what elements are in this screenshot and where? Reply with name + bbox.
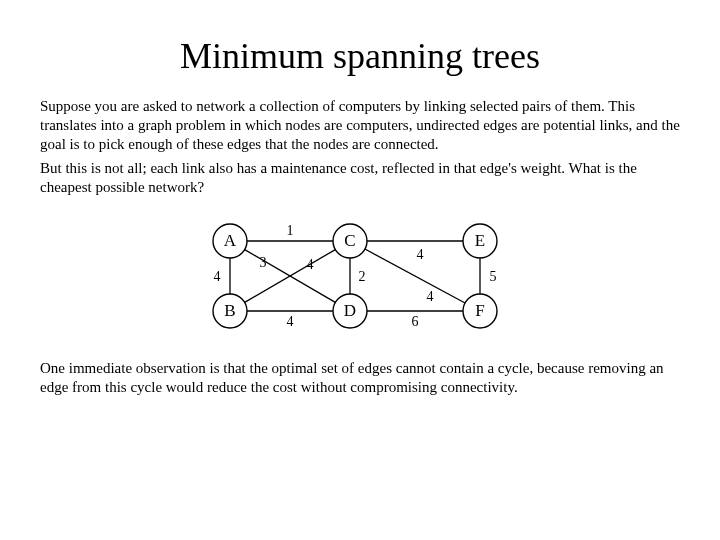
weight-DF: 6 (412, 314, 419, 329)
weight-CF: 4 (427, 289, 434, 304)
node-D-label: D (344, 301, 356, 320)
intro-paragraph-2: But this is not all; each link also has … (40, 159, 680, 197)
weight-BD: 4 (287, 314, 294, 329)
node-C-label: C (344, 231, 355, 250)
node-F-label: F (475, 301, 484, 320)
edge-CF (365, 249, 466, 303)
weight-EF: 5 (490, 269, 497, 284)
node-B-label: B (224, 301, 235, 320)
graph-figure: 1 4 3 4 4 2 4 4 6 5 A B C D E F (40, 211, 680, 345)
weight-CD: 2 (359, 269, 366, 284)
intro-paragraph-1: Suppose you are asked to network a colle… (40, 97, 680, 153)
node-E-label: E (475, 231, 485, 250)
mst-graph: 1 4 3 4 4 2 4 4 6 5 A B C D E F (190, 211, 530, 341)
weight-AD: 3 (260, 255, 267, 270)
weight-CE: 4 (417, 247, 424, 262)
weight-BC: 4 (307, 257, 314, 272)
node-A-label: A (224, 231, 237, 250)
weight-AC: 1 (287, 223, 294, 238)
observation-paragraph: One immediate observation is that the op… (40, 359, 680, 397)
slide-title: Minimum spanning trees (40, 35, 680, 77)
slide: Minimum spanning trees Suppose you are a… (0, 0, 720, 432)
weight-AB: 4 (214, 269, 221, 284)
